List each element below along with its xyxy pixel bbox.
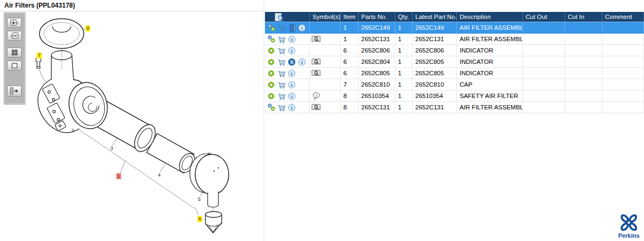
cell-item: 1 [341, 22, 358, 33]
cell-comment [602, 45, 644, 56]
cell-cut_out [523, 79, 565, 90]
cell-parts_no: 26510354 [358, 90, 395, 101]
cell-cut_in [565, 45, 602, 56]
cell-latest: 26510354 [413, 90, 457, 101]
cell-item: 6 [341, 56, 358, 67]
book-magnifier-icon[interactable] [311, 69, 321, 77]
info-icon[interactable]: i [287, 103, 296, 112]
cart-icon[interactable] [277, 35, 286, 43]
table-row[interactable]: i12652C14912652C149AIR FILTER ASSEMBLY [265, 22, 644, 34]
diagram-callout-2[interactable]: 2 [70, 128, 75, 134]
gear-icon[interactable] [267, 46, 276, 55]
table-row[interactable]: i62652C80512652C805INDICATOR [265, 68, 644, 79]
gear-icon[interactable] [267, 80, 276, 89]
column-header-symbol[interactable]: Symbol(s) [310, 12, 341, 22]
cell-icons: i [265, 90, 310, 101]
gears-icon[interactable] [267, 35, 276, 43]
cell-item: 6 [341, 68, 358, 79]
svg-text:!: ! [315, 93, 316, 97]
cart-icon[interactable] [277, 46, 286, 55]
column-header-cut_in[interactable]: Cut In [565, 12, 602, 22]
table-row[interactable]: Si62652C80412652C805INDICATOR [265, 56, 644, 68]
diagram-callout-4[interactable]: 4 [157, 172, 162, 178]
info-icon[interactable]: i [287, 46, 296, 55]
cell-symbol [310, 45, 341, 56]
cell-parts_no: 2652C131 [358, 102, 395, 113]
table-row[interactable]: i12652C13112652C131AIR FILTER ASSEMBLY [265, 34, 644, 45]
info-icon[interactable]: i [297, 23, 307, 32]
speech-bubble-icon[interactable]: ! [311, 92, 321, 100]
cell-symbol: ! [310, 90, 341, 101]
cell-parts_no: 2652C806 [358, 45, 395, 56]
info-icon[interactable]: i [287, 80, 296, 89]
cell-cut_out [523, 102, 565, 113]
cell-latest: 2652C131 [413, 34, 457, 44]
diagram-callout-6[interactable]: 6 [197, 216, 202, 222]
cart-icon[interactable] [277, 80, 286, 89]
cart-icon[interactable] [277, 69, 286, 77]
cell-cut_in [565, 34, 602, 44]
table-row[interactable]: i82652C13112652C131AIR FILTER ASSEMBLY [265, 102, 644, 113]
cart-icon[interactable] [277, 103, 286, 112]
cart-icon[interactable] [277, 92, 286, 100]
cell-cut_out [523, 22, 565, 33]
column-header-actions[interactable] [265, 12, 310, 22]
cell-qty: 1 [395, 68, 413, 79]
cell-comment [602, 79, 644, 90]
gear-icon[interactable] [267, 69, 276, 77]
page-title: Air Filters (PPL043178) [4, 2, 75, 9]
column-header-cut_out[interactable]: Cut Out [523, 12, 565, 22]
column-header-item[interactable]: Item [341, 12, 358, 22]
diagram-callout-8[interactable]: 8 [85, 25, 90, 31]
column-header-qty[interactable]: Qty. [395, 12, 413, 22]
table-row[interactable]: i72652C81012652C810CAP [265, 79, 644, 90]
column-header-parts_no[interactable]: Parts No. [358, 12, 395, 22]
cell-cut_in [565, 56, 602, 67]
cell-parts_no: 2652C131 [358, 34, 395, 44]
cart-icon[interactable] [277, 57, 286, 66]
info-icon[interactable]: i [287, 35, 296, 43]
cell-comment [602, 22, 644, 33]
cell-icons: i [265, 79, 310, 90]
cell-item: 1 [341, 34, 358, 44]
cell-comment [602, 56, 644, 67]
info-icon[interactable]: i [287, 69, 296, 77]
cart-icon[interactable] [277, 23, 286, 32]
cell-symbol [310, 68, 341, 79]
diagram-callout-5[interactable]: 5 [197, 197, 202, 203]
diagram-callout-3[interactable]: 3 [109, 146, 114, 152]
cell-cut_in [565, 68, 602, 79]
cell-desc: INDICATOR [457, 45, 523, 56]
gear-icon[interactable] [267, 92, 276, 100]
book-magnifier-icon[interactable] [311, 103, 321, 112]
diagram-callout-1[interactable]: 1 [116, 173, 121, 179]
cell-desc: SAFETY AIR FILTER [457, 90, 523, 101]
cell-item: 8 [341, 90, 358, 101]
book-magnifier-icon[interactable] [311, 35, 321, 43]
cell-latest: 2652C806 [413, 45, 457, 56]
cell-desc: CAP [457, 79, 523, 90]
cell-icons: i [265, 22, 310, 33]
table-row[interactable]: i!826510354126510354SAFETY AIR FILTER [265, 90, 644, 102]
column-header-desc[interactable]: Description [457, 12, 523, 22]
info-icon[interactable]: i [297, 57, 307, 66]
cell-qty: 1 [395, 45, 413, 56]
book-magnifier-icon[interactable] [311, 57, 321, 66]
cell-cut_out [523, 68, 565, 79]
column-header-latest[interactable]: Latest Part No. [413, 12, 457, 22]
info-icon[interactable]: i [287, 92, 296, 100]
table-row[interactable]: i62652C80612652C806INDICATOR [265, 45, 644, 56]
cell-comment [602, 90, 644, 101]
column-header-comment[interactable]: Comment [602, 12, 644, 22]
cell-qty: 1 [395, 56, 413, 67]
gear-icon[interactable] [267, 57, 276, 66]
table-header-row: Symbol(s)ItemParts No.Qty.Latest Part No… [265, 12, 644, 22]
svg-text:S: S [290, 59, 294, 64]
book-blue-icon[interactable] [287, 23, 296, 32]
cell-cut_out [523, 45, 565, 56]
cell-symbol [310, 34, 341, 44]
diagram-callout-7[interactable]: 7 [37, 53, 42, 58]
gears-icon[interactable] [267, 23, 276, 32]
s-badge-icon[interactable]: S [287, 57, 296, 66]
gears-icon[interactable] [267, 103, 276, 112]
